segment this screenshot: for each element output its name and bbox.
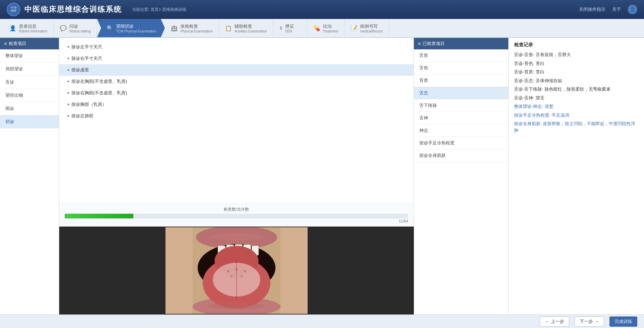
next-label: 下一步: [580, 319, 593, 325]
tab-ddx[interactable]: ⚕ 辨证 DDX: [273, 19, 307, 37]
sidebar-item-palpation[interactable]: 切诊: [0, 115, 59, 128]
next-button[interactable]: 下一步 →: [575, 317, 604, 327]
record-item-1: 舌诊-苔色: 苔白: [514, 60, 639, 67]
list-item-press-right-chest[interactable]: 按诊右胸部(不含虚里、乳房): [59, 87, 414, 99]
patient-icon: 👤: [9, 25, 16, 31]
tongue-image-area: [59, 227, 414, 314]
finish-label: 完成训练: [615, 319, 632, 325]
right-item-coating-quality[interactable]: 苔质: [414, 74, 508, 87]
close-guide-button[interactable]: 关闭操作指示: [579, 6, 605, 13]
tab-aux-exam[interactable]: 📋 辅助检查 Auxiliary Examination: [219, 19, 273, 37]
progress-label: 检查数/允许数: [65, 207, 408, 212]
right-item-tongue-color[interactable]: 舌色: [414, 62, 508, 74]
sidebar-header: 检查项目: [0, 38, 59, 49]
treatment-icon: 💊: [313, 25, 320, 31]
tab-treatment-zh: 论治: [323, 23, 338, 29]
sidebar-item-general[interactable]: 整体望诊: [0, 49, 59, 63]
tab-ddx-zh: 辨证: [285, 23, 294, 29]
ddx-icon: ⚕: [280, 25, 283, 31]
right-panel-header: 已检查项目: [414, 38, 508, 49]
svg-rect-1: [165, 227, 193, 314]
logo-icon: TCM临床: [7, 3, 20, 16]
tab-ddx-en: DDX: [285, 29, 294, 33]
tab-record[interactable]: 📝 病例书写 medicalRecord: [345, 19, 389, 37]
svg-point-16: [236, 268, 238, 271]
right-item-foot-temp[interactable]: 按诊手足冷热程度: [414, 137, 508, 149]
prev-button[interactable]: ← 上一步: [540, 317, 569, 327]
list-item-press-deficiency[interactable]: 按诊虚里: [59, 64, 414, 76]
header-actions: 关闭操作指示 关于 👤: [579, 5, 637, 14]
right-item-press-edema[interactable]: 按诊全身肌肤: [414, 149, 508, 162]
svg-point-21: [208, 303, 265, 309]
app-container: TCM临床 中医临床思维综合训练系统 当前位置: 首页> 思维病例训练 关闭操作…: [0, 0, 644, 328]
footer: ← 上一步 下一步 → 完成训练: [0, 314, 644, 328]
record-item-6: 整体望诊-神志: 清楚: [514, 103, 639, 110]
sidebar-item-hearing[interactable]: 闻诊: [0, 102, 59, 115]
nav-tabs: 👤 患者信息 Patient Information 💬 问诊 History …: [0, 19, 644, 38]
sidebar-item-tongue[interactable]: 舌诊: [0, 76, 59, 89]
center-column: 脉诊左手寸关尺 脉诊右手寸关尺 按诊虚里 按诊左胸部(不含虚里、乳房) 按诊右胸…: [59, 38, 414, 314]
prev-arrow-icon: ←: [545, 319, 549, 324]
record-item-0: 舌诊-舌形: 舌有齿痕，舌胖大: [514, 51, 639, 58]
phys-exam-icon: 🏥: [171, 25, 178, 31]
tab-aux-exam-en: Auxiliary Examination: [235, 29, 267, 33]
sidebar: 检查项目 整体望诊 局部望诊 舌诊 望排出物 闻诊 切诊: [0, 38, 59, 314]
tab-patient[interactable]: 👤 患者信息 Patient Information: [3, 19, 54, 37]
about-button[interactable]: 关于: [612, 6, 621, 13]
tab-inquiry[interactable]: 💬 问诊 History talking: [54, 19, 97, 37]
tab-phys-exam-en: Physical Examination: [180, 29, 213, 33]
tab-treatment[interactable]: 💊 论治 Treatment: [307, 19, 345, 37]
tab-tcm-exam-en: TCM Physical Examination: [116, 29, 156, 33]
record-item-7: 按诊手足冷热程度: 手足温润: [514, 112, 639, 119]
tab-record-en: medicalRecord: [360, 29, 383, 33]
tab-patient-en: Patient Information: [19, 29, 47, 33]
list-item-press-left-flank[interactable]: 按诊左胁部: [59, 110, 414, 122]
list-item-press-left-chest[interactable]: 按诊左胸部(不含虚里、乳房): [59, 76, 414, 87]
svg-point-19: [241, 275, 243, 277]
list-item-pulse-left[interactable]: 脉诊左手寸关尺: [59, 41, 414, 53]
app-title: 中医临床思维综合训练系统: [24, 4, 122, 15]
right-item-tongue-shape[interactable]: 舌形: [414, 49, 508, 62]
svg-point-15: [227, 270, 229, 272]
prev-label: 上一步: [551, 319, 564, 325]
inquiry-icon: 💬: [60, 25, 67, 31]
progress-bar-background: [65, 214, 408, 218]
sidebar-item-local[interactable]: 局部望诊: [0, 63, 59, 76]
record-icon: 📝: [351, 25, 357, 31]
record-item-2: 舌诊-苔质: 苔白: [514, 69, 639, 75]
aux-exam-icon: 📋: [225, 25, 232, 31]
svg-point-17: [244, 270, 246, 272]
next-arrow-icon: →: [595, 319, 599, 324]
tab-tcm-exam[interactable]: 🔍 望闻切诊 TCM Physical Examination: [97, 19, 165, 37]
right-item-tongue-spirit[interactable]: 舌神: [414, 112, 508, 124]
tongue-image: [165, 227, 308, 314]
tcm-exam-icon: 🔍: [107, 25, 113, 31]
list-item-press-breast[interactable]: 按诊胸部（乳房）: [59, 99, 414, 110]
logo-area: TCM临床 中医临床思维综合训练系统: [7, 3, 122, 16]
middle-list: 脉诊左手寸关尺 脉诊右手寸关尺 按诊虚里 按诊左胸部(不含虚里、乳房) 按诊右胸…: [59, 38, 414, 203]
progress-count: 11/54: [65, 219, 408, 223]
content-area: 检查项目 整体望诊 局部望诊 舌诊 望排出物 闻诊 切诊 脉诊左手寸关尺 脉诊右…: [0, 38, 644, 314]
tab-phys-exam[interactable]: 🏥 体格检查 Physical Examination: [165, 19, 219, 37]
list-item-pulse-right[interactable]: 脉诊右手寸关尺: [59, 53, 414, 64]
right-item-sublingual-vein[interactable]: 舌下络脉: [414, 99, 508, 112]
finish-button[interactable]: 完成训练: [609, 317, 637, 327]
tab-phys-exam-zh: 体格检查: [180, 23, 213, 29]
tab-treatment-en: Treatment: [323, 29, 338, 33]
svg-point-20: [209, 233, 264, 241]
record-item-4: 舌诊-舌下络脉: 脉色暗红，脉形柔软，无弯曲紧束: [514, 86, 639, 93]
breadcrumb: 当前位置: 首页> 思维病例训练: [132, 7, 186, 13]
tab-aux-exam-zh: 辅助检查: [235, 23, 267, 29]
tab-inquiry-zh: 问诊: [69, 23, 91, 29]
sidebar-item-excretion[interactable]: 望排出物: [0, 89, 59, 102]
right-item-tongue-state[interactable]: 舌态: [414, 87, 508, 99]
middle-panel: 脉诊左手寸关尺 脉诊右手寸关尺 按诊虚里 按诊左胸部(不含虚里、乳房) 按诊右胸…: [59, 38, 414, 227]
right-item-spirit[interactable]: 神志: [414, 124, 508, 137]
record-item-8: 按诊全身肌肤: 皮肤肿胀，按之凹陷，不能即起，中度凹陷性浮肿: [514, 120, 639, 134]
tab-record-zh: 病例书写: [360, 23, 383, 29]
tab-patient-zh: 患者信息: [19, 23, 47, 29]
right-list: 舌形 舌色 苔质 舌态 舌下络脉 舌神 神志 按诊手足冷热程度 按诊全身肌肤: [414, 49, 508, 314]
tab-tcm-exam-zh: 望闻切诊: [116, 23, 156, 29]
progress-section: 检查数/允许数 11/54: [59, 203, 414, 227]
right-panel: 已检查项目 舌形 舌色 苔质 舌态 舌下络脉 舌神 神志 按诊手足冷热程度 按诊…: [414, 38, 509, 314]
